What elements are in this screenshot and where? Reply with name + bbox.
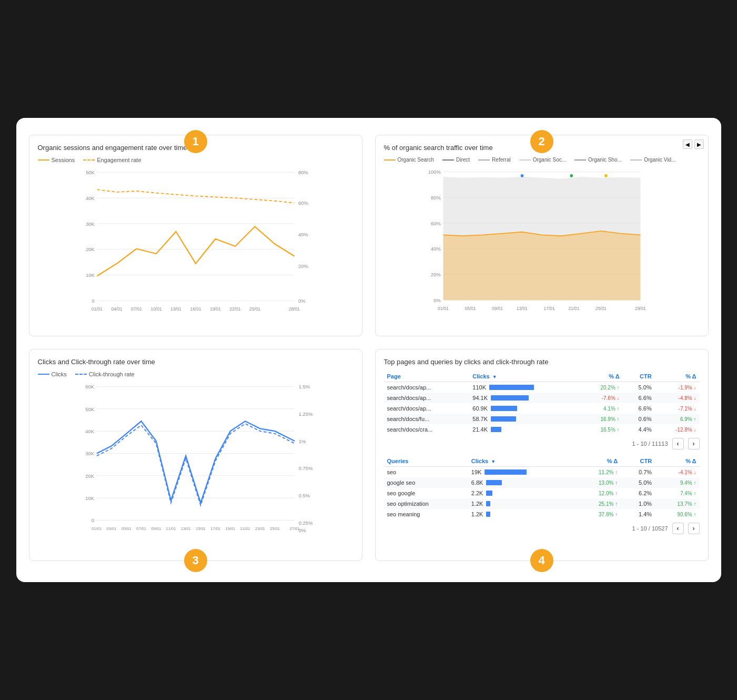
chart-2-nav: ◀ ▶	[683, 139, 704, 149]
col-queries[interactable]: Queries	[384, 456, 468, 467]
col-page[interactable]: Page	[384, 371, 470, 382]
legend-organic-sho-label: Organic Sho...	[588, 157, 622, 163]
svg-text:0%: 0%	[433, 298, 441, 303]
svg-text:23/01: 23/01	[255, 526, 265, 531]
page-clicks: 110K	[469, 382, 581, 393]
svg-text:0.5%: 0.5%	[298, 493, 310, 498]
page-name: search/docs/ap...	[384, 393, 470, 403]
pages-row-2: search/docs/ap... 60.9K 4.1% ↑ 6.6% -7.1…	[384, 403, 700, 414]
page-ctr: 0.6%	[623, 414, 655, 424]
svg-text:16/01: 16/01	[190, 306, 201, 312]
chart-2-card: 2 % of organic search traffic over time …	[375, 135, 709, 336]
query-name: seo optimization	[384, 498, 468, 509]
query-ctr-delta: 13.7% ↑	[655, 498, 699, 509]
query-ctr: 1.0%	[621, 498, 655, 509]
page-ctr: 6.6%	[623, 393, 655, 403]
chart-2-svg: 100% 80% 60% 40% 20% 0%	[384, 167, 700, 325]
svg-text:27/01: 27/01	[289, 526, 299, 531]
legend-organic-line	[384, 159, 396, 161]
page-ctr-delta: -12.8% ↓	[655, 424, 700, 435]
query-name: seo meaning	[384, 509, 468, 519]
legend-clicks-line	[38, 374, 49, 375]
query-ctr-delta: 9.4% ↑	[655, 477, 699, 488]
queries-row-4: seo meaning 1.2K 37.8% ↑ 1.4% 90.6% ↑	[384, 509, 700, 519]
svg-text:1.25%: 1.25%	[298, 411, 312, 417]
page-clicks: 21.4K	[469, 424, 581, 435]
legend-organic-sho-line	[574, 159, 586, 161]
col-ctr-1: CTR	[623, 371, 655, 382]
queries-prev-btn[interactable]: ‹	[672, 523, 684, 534]
legend-engagement-label: Engagement rate	[97, 157, 141, 163]
legend-organic-vid: Organic Vid...	[630, 157, 675, 163]
query-ctr: 6.2%	[621, 488, 655, 498]
legend-ctr: Click-through rate	[75, 371, 135, 377]
svg-text:13/01: 13/01	[516, 306, 527, 311]
col-clicks-sort-2[interactable]: Clicks ▼	[468, 456, 577, 467]
svg-text:20K: 20K	[85, 473, 94, 479]
col-clicks-sort[interactable]: Clicks ▼	[469, 371, 581, 382]
page-pct-delta: 20.2% ↑	[581, 382, 622, 393]
svg-text:0%: 0%	[298, 298, 306, 304]
queries-row-0: seo 19K 11.2% ↑ 0.7% -4.1% ↓	[384, 467, 700, 478]
query-ctr: 0.7%	[621, 467, 655, 478]
legend-sessions-label: Sessions	[52, 157, 75, 163]
query-ctr: 1.4%	[621, 509, 655, 519]
legend-organic-label: Organic Search	[398, 157, 434, 163]
page-pct-delta: -7.6% ↓	[581, 393, 622, 403]
col-ctr-2: CTR	[621, 456, 655, 467]
nav-prev[interactable]: ◀	[683, 139, 692, 149]
svg-text:0: 0	[92, 298, 94, 304]
svg-text:17/01: 17/01	[543, 306, 554, 311]
page-ctr: 5.0%	[623, 382, 655, 393]
legend-referral: Referral	[478, 157, 511, 163]
svg-text:07/01: 07/01	[136, 526, 146, 531]
legend-organic-soc-line	[519, 159, 531, 161]
svg-text:20%: 20%	[431, 272, 441, 277]
dashboard-grid: 1 Organic sessions and engagement rate o…	[29, 135, 709, 561]
svg-text:09/01: 09/01	[151, 526, 161, 531]
svg-point-42	[604, 174, 608, 177]
svg-text:60%: 60%	[298, 201, 308, 206]
page-name: search/docs/ap...	[384, 403, 470, 414]
query-name: seo google	[384, 488, 468, 498]
svg-text:22/01: 22/01	[229, 306, 240, 312]
legend-ctr-label: Click-through rate	[89, 371, 135, 377]
svg-text:60%: 60%	[431, 221, 441, 226]
svg-text:40K: 40K	[86, 196, 95, 201]
page-ctr: 4.4%	[623, 424, 655, 435]
query-clicks: 6.8K	[468, 477, 577, 488]
chart-1-svg: 50K 40K 30K 20K 10K 0 80% 60% 40% 20% 0%	[38, 167, 354, 325]
svg-text:1%: 1%	[298, 438, 306, 444]
query-clicks: 1.2K	[468, 509, 577, 519]
col-ctr-delta-2: % Δ	[655, 456, 699, 467]
svg-text:20%: 20%	[298, 264, 308, 269]
queries-row-1: google seo 6.8K 13.0% ↑ 5.0% 9.4% ↑	[384, 477, 700, 488]
query-pct-delta: 11.2% ↑	[577, 467, 621, 478]
pages-next-btn[interactable]: ›	[688, 438, 700, 449]
svg-marker-43	[443, 231, 640, 300]
svg-text:13/01: 13/01	[180, 526, 190, 531]
legend-organic-soc-label: Organic Soc...	[533, 157, 566, 163]
nav-next[interactable]: ▶	[694, 139, 704, 149]
query-name: seo	[384, 467, 468, 478]
svg-text:10/01: 10/01	[150, 306, 161, 312]
chart-2-legend: Organic Search Direct Referral Organic S…	[384, 157, 700, 163]
svg-text:19/01: 19/01	[209, 306, 220, 312]
query-clicks: 19K	[468, 467, 577, 478]
svg-text:0: 0	[91, 517, 94, 523]
legend-sessions-line	[38, 159, 49, 161]
page-ctr-delta: -4.8% ↓	[655, 393, 700, 403]
pages-prev-btn[interactable]: ‹	[672, 438, 684, 449]
query-pct-delta: 12.0% ↑	[577, 488, 621, 498]
legend-clicks-label: Clicks	[52, 371, 67, 377]
svg-text:05/01: 05/01	[121, 526, 131, 531]
svg-text:50K: 50K	[86, 170, 95, 175]
queries-next-btn[interactable]: ›	[688, 523, 700, 534]
legend-organic-sho: Organic Sho...	[574, 157, 622, 163]
svg-text:80%: 80%	[431, 195, 441, 201]
chart-1-card: 1 Organic sessions and engagement rate o…	[29, 135, 362, 336]
svg-text:100%: 100%	[428, 169, 440, 175]
queries-row-2: seo google 2.2K 12.0% ↑ 6.2% 7.4% ↑	[384, 488, 700, 498]
svg-text:01/01: 01/01	[91, 306, 102, 312]
page-clicks: 94.1K	[469, 393, 581, 403]
